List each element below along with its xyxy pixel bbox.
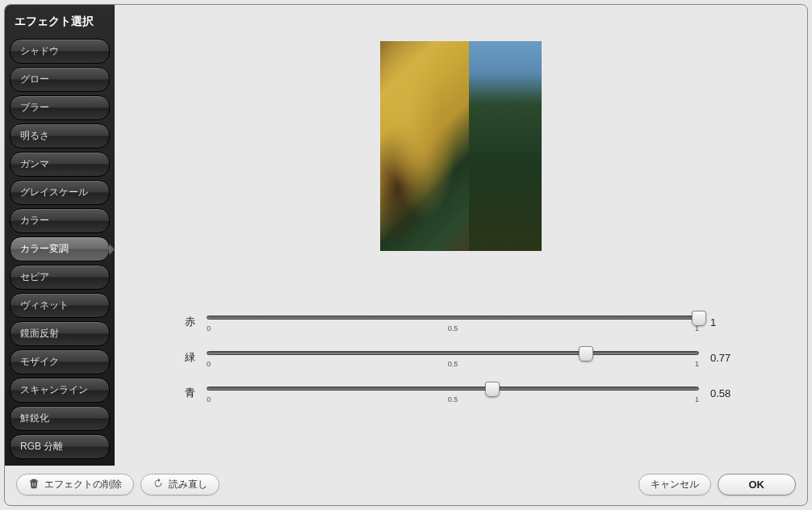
sidebar-item-color[interactable]: カラー (10, 208, 110, 233)
sidebar-item-grayscale[interactable]: グレイスケール (10, 180, 110, 205)
sidebar-item-blur[interactable]: ブラー (10, 95, 110, 120)
slider-row-blue: 青 0 0.5 1 0.58 (179, 382, 743, 403)
sidebar-item-sepia[interactable]: セピア (10, 265, 110, 290)
slider-track (207, 351, 699, 355)
slider-row-green: 緑 0 0.5 1 0.77 (179, 347, 743, 368)
sidebar-item-shadow[interactable]: シャドウ (10, 39, 110, 64)
sidebar-item-vignette[interactable]: ヴィネット (10, 293, 110, 318)
slider-blue[interactable]: 0 0.5 1 (207, 382, 699, 403)
slider-label-red: 赤 (179, 315, 195, 329)
sidebar-item-gamma[interactable]: ガンマ (10, 152, 110, 177)
delete-effect-button[interactable]: エフェクトの削除 (16, 474, 134, 495)
cancel-label: キャンセル (651, 478, 699, 491)
sidebar-item-mirror[interactable]: 鏡面反射 (10, 321, 110, 346)
dialog-footer: エフェクトの削除 読み直し キャンセル OK (5, 466, 807, 505)
reload-label: 読み直し (169, 478, 207, 491)
tick-max: 1 (695, 395, 699, 403)
sidebar-item-brightness[interactable]: 明るさ (10, 123, 110, 148)
slider-value-blue: 0.58 (710, 387, 743, 399)
slider-ticks: 0 0.5 1 (207, 395, 699, 403)
sidebar-item-sharpen[interactable]: 鮮鋭化 (10, 406, 110, 431)
slider-red[interactable]: 0 0.5 1 (207, 311, 699, 332)
content-area: 赤 0 0.5 1 1 緑 (115, 5, 807, 466)
slider-value-green: 0.77 (710, 352, 743, 364)
tick-mid: 0.5 (448, 324, 458, 332)
slider-track (207, 316, 699, 320)
slider-label-blue: 青 (179, 386, 195, 400)
effects-sidebar: エフェクト選択 シャドウ グロー ブラー 明るさ ガンマ グレイスケール カラー… (5, 5, 115, 466)
slider-ticks: 0 0.5 1 (207, 324, 699, 332)
sidebar-title: エフェクト選択 (10, 11, 110, 36)
slider-green[interactable]: 0 0.5 1 (207, 347, 699, 368)
slider-track (207, 387, 699, 391)
sidebar-item-glow[interactable]: グロー (10, 67, 110, 92)
tick-min: 0 (207, 395, 211, 403)
reload-icon (153, 478, 164, 491)
ok-label: OK (749, 479, 765, 491)
tick-min: 0 (207, 360, 211, 368)
main-area: エフェクト選択 シャドウ グロー ブラー 明るさ ガンマ グレイスケール カラー… (5, 5, 807, 466)
effects-dialog: エフェクト選択 シャドウ グロー ブラー 明るさ ガンマ グレイスケール カラー… (4, 4, 808, 506)
trash-icon (28, 478, 40, 491)
sidebar-item-rgb-separation[interactable]: RGB 分離 (10, 434, 110, 459)
sidebar-item-scanline[interactable]: スキャンライン (10, 378, 110, 403)
slider-ticks: 0 0.5 1 (207, 360, 699, 368)
sidebar-item-color-modulation[interactable]: カラー変調 (10, 236, 110, 261)
tick-max: 1 (695, 324, 699, 332)
slider-row-red: 赤 0 0.5 1 1 (179, 311, 743, 332)
reload-button[interactable]: 読み直し (140, 474, 220, 495)
slider-value-red: 1 (710, 316, 743, 328)
cancel-button[interactable]: キャンセル (638, 474, 711, 495)
tick-mid: 0.5 (448, 360, 458, 368)
slider-label-green: 緑 (179, 350, 195, 365)
sliders-panel: 赤 0 0.5 1 1 緑 (147, 311, 775, 403)
ok-button[interactable]: OK (718, 474, 797, 495)
tick-mid: 0.5 (448, 395, 458, 403)
sidebar-item-mosaic[interactable]: モザイク (10, 349, 110, 374)
preview-image (380, 41, 542, 251)
tick-max: 1 (695, 360, 699, 368)
delete-effect-label: エフェクトの削除 (44, 478, 122, 491)
tick-min: 0 (207, 324, 211, 332)
